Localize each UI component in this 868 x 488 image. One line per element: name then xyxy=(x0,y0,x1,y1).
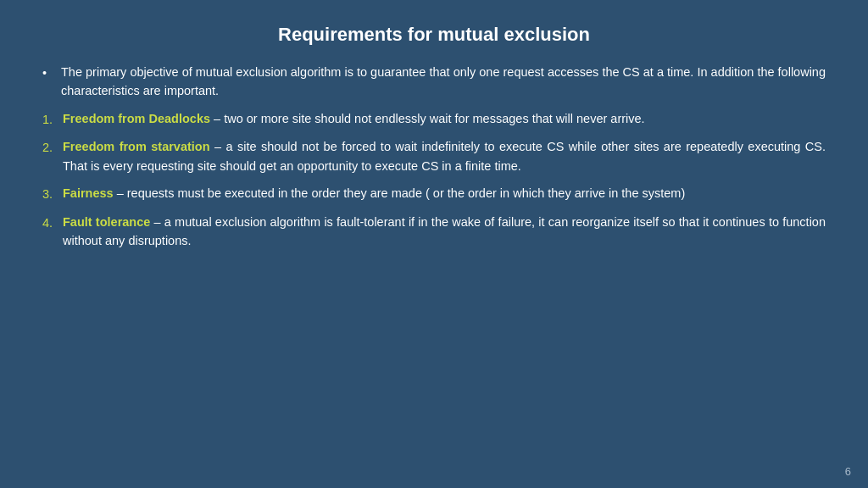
intro-bullet: • The primary objective of mutual exclus… xyxy=(42,63,826,101)
item-rest: – two or more site should not endlessly … xyxy=(210,112,645,125)
item-text: Fairness – requests must be executed in … xyxy=(63,184,826,202)
list-item: 1. Freedom from Deadlocks – two or more … xyxy=(42,109,826,129)
list-item: 3. Fairness – requests must be executed … xyxy=(42,184,826,203)
bullet-symbol: • xyxy=(42,63,61,82)
item-text: Freedom from starvation – a site should … xyxy=(63,137,826,175)
slide-title: Requirements for mutual exclusion xyxy=(42,24,826,46)
item-highlight: Fairness xyxy=(63,186,114,200)
item-number: 3. xyxy=(42,184,63,203)
list-item: 4. Fault tolerance – a mutual exclusion … xyxy=(42,213,826,251)
item-text: Freedom from Deadlocks – two or more sit… xyxy=(63,109,826,128)
item-highlight: Freedom from starvation xyxy=(63,140,210,153)
item-number: 4. xyxy=(42,213,63,232)
page-number: 6 xyxy=(845,465,851,478)
item-highlight: Freedom from Deadlocks xyxy=(63,112,210,125)
item-highlight: Fault tolerance xyxy=(63,215,150,229)
item-rest: – requests must be executed in the order… xyxy=(114,186,686,200)
numbered-list: 1. Freedom from Deadlocks – two or more … xyxy=(42,109,826,251)
item-rest: – a mutual exclusion algorithm is fault-… xyxy=(63,215,826,247)
item-text: Fault tolerance – a mutual exclusion alg… xyxy=(63,213,826,251)
slide-content: • The primary objective of mutual exclus… xyxy=(42,63,826,259)
item-number: 1. xyxy=(42,109,63,129)
intro-text: The primary objective of mutual exclusio… xyxy=(61,63,826,101)
item-number: 2. xyxy=(42,137,63,157)
list-item: 2. Freedom from starvation – a site shou… xyxy=(42,137,826,175)
